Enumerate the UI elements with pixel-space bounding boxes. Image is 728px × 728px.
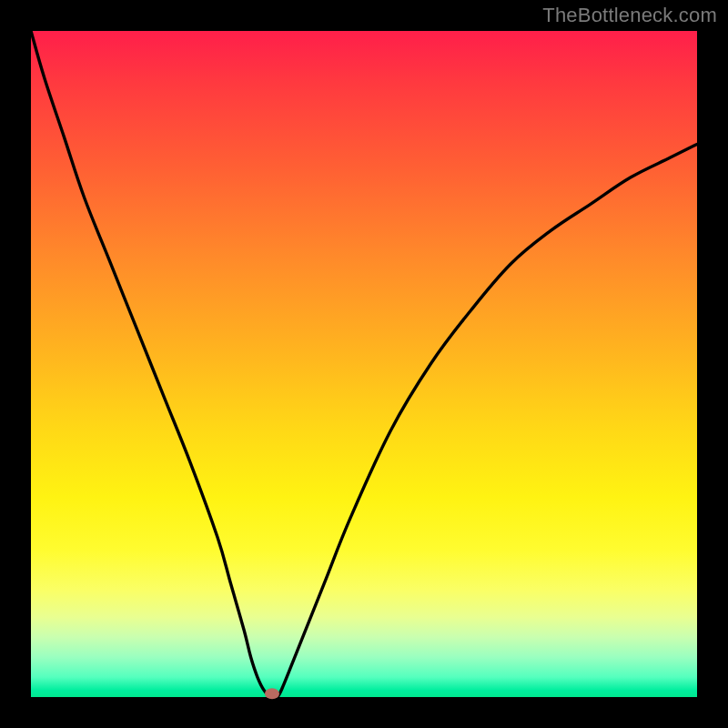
optimal-point-marker bbox=[265, 688, 279, 699]
bottleneck-curve bbox=[31, 31, 697, 699]
plot-area bbox=[31, 31, 697, 697]
watermark-text: TheBottleneck.com bbox=[542, 4, 717, 27]
bottleneck-curve-svg bbox=[31, 31, 697, 697]
chart-frame: TheBottleneck.com bbox=[0, 0, 728, 728]
